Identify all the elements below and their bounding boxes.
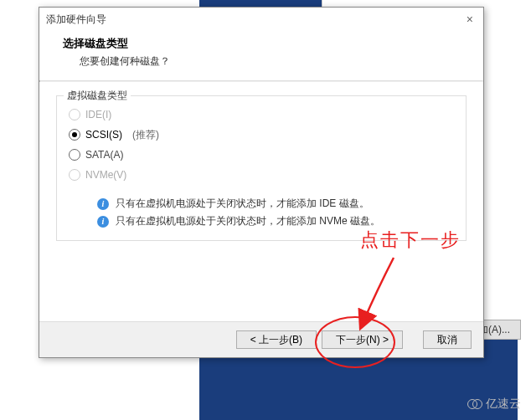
info-line-nvme: i 只有在虚拟机电源处于关闭状态时，才能添加 NVMe 磁盘。 xyxy=(97,214,454,228)
watermark: 亿速云 xyxy=(467,397,521,412)
recommend-label: (推荐) xyxy=(132,128,159,142)
next-button[interactable]: 下一步(N) > xyxy=(322,330,403,349)
dialog-titlebar: 添加硬件向导 × xyxy=(39,8,483,31)
add-hardware-wizard-dialog: 添加硬件向导 × 选择磁盘类型 您要创建何种磁盘？ 虚拟磁盘类型 IDE(I) … xyxy=(39,7,484,358)
back-button[interactable]: < 上一步(B) xyxy=(236,330,317,349)
radio-label: SCSI(S) xyxy=(85,129,122,141)
radio-sata[interactable]: SATA(A) xyxy=(69,145,454,165)
radio-ide: IDE(I) xyxy=(69,105,454,125)
radio-label: IDE(I) xyxy=(85,109,111,120)
disk-type-group: 虚拟磁盘类型 IDE(I) SCSI(S) (推荐) SATA(A) NVMe(… xyxy=(56,95,467,241)
radio-nvme: NVMe(V) xyxy=(69,165,454,185)
radio-icon xyxy=(69,169,80,181)
watermark-text: 亿速云 xyxy=(486,397,521,412)
info-icon: i xyxy=(97,198,109,210)
dialog-title: 添加硬件向导 xyxy=(46,8,106,31)
radio-scsi[interactable]: SCSI(S) (推荐) xyxy=(69,125,454,145)
header-subtitle: 您要创建何种磁盘？ xyxy=(63,51,460,69)
radio-icon xyxy=(69,129,80,141)
watermark-icon xyxy=(467,399,482,409)
close-icon[interactable]: × xyxy=(463,8,477,31)
info-icon: i xyxy=(97,216,109,228)
cancel-button[interactable]: 取消 xyxy=(423,330,472,349)
header-title: 选择磁盘类型 xyxy=(63,36,460,51)
header-divider xyxy=(39,80,483,82)
radio-icon xyxy=(69,109,80,120)
dialog-footer: < 上一步(B) 下一步(N) > 取消 xyxy=(39,321,483,357)
radio-label: SATA(A) xyxy=(85,149,124,161)
info-text: 只有在虚拟机电源处于关闭状态时，才能添加 NVMe 磁盘。 xyxy=(116,214,380,228)
radio-label: NVMe(V) xyxy=(85,169,126,181)
info-line-ide: i 只有在虚拟机电源处于关闭状态时，才能添加 IDE 磁盘。 xyxy=(97,197,454,211)
radio-icon xyxy=(69,149,80,161)
dialog-header: 选择磁盘类型 您要创建何种磁盘？ xyxy=(39,31,483,80)
info-block: i 只有在虚拟机电源处于关闭状态时，才能添加 IDE 磁盘。 i 只有在虚拟机电… xyxy=(69,197,454,228)
group-legend: 虚拟磁盘类型 xyxy=(64,89,131,103)
info-text: 只有在虚拟机电源处于关闭状态时，才能添加 IDE 磁盘。 xyxy=(116,197,369,211)
annotation-text: 点击下一步 xyxy=(360,228,461,253)
